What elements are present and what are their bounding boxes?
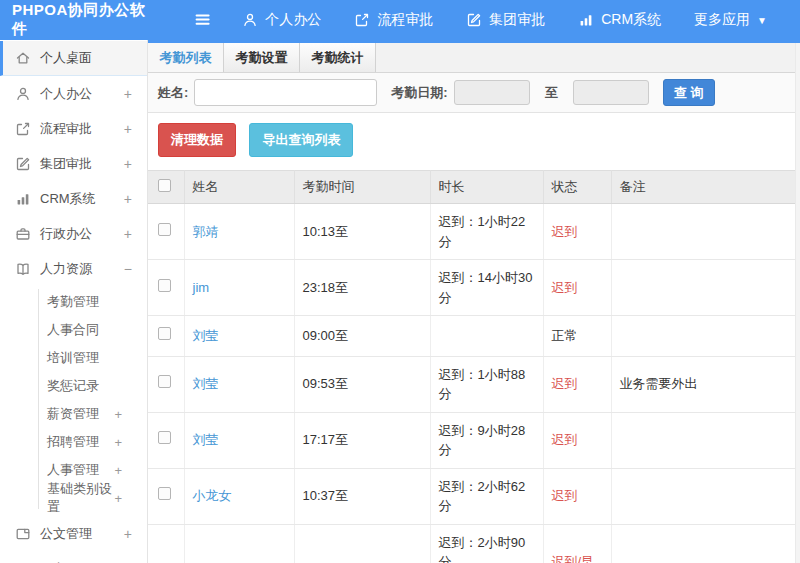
name-label: 姓名: — [158, 84, 188, 102]
sidebar-subitem-salary-management[interactable]: 薪资管理+ — [0, 400, 147, 428]
sidebar-subitem-attendance-management[interactable]: 考勤管理 — [0, 288, 147, 316]
sidebar-item-admin-office[interactable]: 行政办公+ — [0, 216, 147, 251]
sidebar-item-workflow-approval[interactable]: 流程审批+ — [0, 111, 147, 146]
expander-icon: + — [114, 491, 122, 506]
sidebar-subitem-label: 奖惩记录 — [47, 377, 99, 395]
chart-icon — [578, 12, 594, 28]
sidebar-subitem-reward-punishment-records[interactable]: 奖惩记录 — [0, 372, 147, 400]
expander-icon: + — [124, 226, 132, 242]
status-cell: 迟到 — [543, 204, 611, 260]
expander-icon: − — [124, 261, 132, 277]
sidebar-subitem-basic-category-settings[interactable]: 基础类别设置+ — [0, 484, 147, 512]
time-cell: 10:13至 — [294, 204, 430, 260]
clear-data-button[interactable]: 清理数据 — [158, 123, 236, 157]
column-header: 考勤时间 — [294, 171, 430, 204]
employee-name-link[interactable]: 小龙女 — [193, 488, 232, 503]
date-to-input[interactable] — [573, 80, 649, 105]
content-pane: 考勤列表考勤设置考勤统计 姓名: 考勤日期: 至 查 询 清理数据 导出查询列表… — [148, 40, 800, 563]
edit-icon — [15, 156, 31, 172]
tab-attendance-settings[interactable]: 考勤设置 — [224, 43, 300, 72]
sidebar: 个人桌面个人办公+流程审批+集团审批+CRM系统+行政办公+人力资源−考勤管理人… — [0, 40, 148, 563]
sidebar-item-label: 个人办公 — [40, 85, 92, 103]
menu-toggle[interactable] — [193, 10, 212, 29]
sidebar-subitem-label: 考勤管理 — [47, 293, 99, 311]
sidebar-item-label: 人力资源 — [40, 260, 92, 278]
row-select-cell — [148, 356, 184, 412]
sidebar-item-label: CRM系统 — [40, 190, 96, 208]
row-checkbox[interactable] — [158, 375, 171, 388]
select-all-cell — [148, 171, 184, 204]
row-checkbox[interactable] — [158, 487, 171, 500]
share-icon — [354, 12, 370, 28]
sidebar-item-label: 集团审批 — [40, 155, 92, 173]
row-checkbox[interactable] — [158, 279, 171, 292]
sidebar-item-personal-office[interactable]: 个人办公+ — [0, 76, 147, 111]
sidebar-item-group-approval[interactable]: 集团审批+ — [0, 146, 147, 181]
nav-item-workflow-approval[interactable]: 流程审批 — [354, 11, 433, 29]
sidebar-item-personal-desktop[interactable]: 个人桌面 — [0, 41, 147, 76]
attendance-table: 姓名考勤时间时长状态备注郭靖10:13至迟到：1小时22分迟到jim23:18至… — [148, 170, 800, 563]
name-cell: 管理员 — [184, 524, 294, 563]
search-button[interactable]: 查 询 — [663, 79, 715, 106]
sidebar-item-label: 流程审批 — [40, 120, 92, 138]
row-select-cell — [148, 524, 184, 563]
column-header: 时长 — [430, 171, 543, 204]
employee-name-link[interactable]: 刘莹 — [193, 328, 219, 343]
select-all-checkbox[interactable] — [158, 179, 171, 192]
column-header: 备注 — [611, 171, 800, 204]
attendance-date-label: 考勤日期: — [391, 84, 447, 102]
row-select-cell — [148, 412, 184, 468]
tab-attendance-statistics[interactable]: 考勤统计 — [300, 43, 376, 72]
duration-cell: 迟到：1小时88分 — [430, 356, 543, 412]
name-cell: 小龙女 — [184, 468, 294, 524]
expander-icon: + — [124, 121, 132, 137]
sidebar-subitem-training-management[interactable]: 培训管理 — [0, 344, 147, 372]
top-header: PHPOA协同办公软件 个人办公流程审批集团审批CRM系统更多应用▼ — [0, 0, 800, 40]
row-checkbox[interactable] — [158, 431, 171, 444]
employee-name-link[interactable]: 刘莹 — [193, 432, 219, 447]
duration-cell — [430, 316, 543, 357]
date-from-input[interactable] — [454, 80, 530, 105]
scrollbar-track[interactable] — [795, 43, 800, 563]
table-row: 管理员10:54至10:54迟到：2小时90分 早退：7小时10分迟到/早退11… — [148, 524, 800, 563]
sidebar-submenu: 考勤管理人事合同培训管理奖惩记录薪资管理+招聘管理+人事管理+基础类别设置+ — [0, 286, 147, 516]
table-row: jim23:18至迟到：14小时30分迟到 — [148, 260, 800, 316]
home-icon — [15, 50, 31, 66]
row-select-cell — [148, 260, 184, 316]
duration-cell: 迟到：14小时30分 — [430, 260, 543, 316]
nav-item-crm-system[interactable]: CRM系统 — [578, 11, 661, 29]
employee-name-link[interactable]: 刘莹 — [193, 376, 219, 391]
table-row: 刘莹09:00至正常 — [148, 316, 800, 357]
nav-item-more-apps[interactable]: 更多应用▼ — [694, 11, 767, 29]
sidebar-subitem-personnel-contract[interactable]: 人事合同 — [0, 316, 147, 344]
nav-item-label: CRM系统 — [601, 11, 661, 29]
time-cell: 23:18至 — [294, 260, 430, 316]
to-label: 至 — [545, 84, 558, 102]
nav-item-personal-office[interactable]: 个人办公 — [242, 11, 321, 29]
sidebar-item-label: 个人桌面 — [40, 49, 92, 67]
employee-name-link[interactable]: jim — [193, 280, 210, 295]
user-icon — [15, 86, 31, 102]
row-checkbox[interactable] — [158, 223, 171, 236]
export-list-button[interactable]: 导出查询列表 — [249, 123, 353, 157]
row-select-cell — [148, 204, 184, 260]
expander-icon: + — [114, 407, 122, 422]
duration-cell: 迟到：1小时22分 — [430, 204, 543, 260]
sidebar-item-document-management[interactable]: 公文管理+ — [0, 516, 147, 551]
sidebar-item-human-resources[interactable]: 人力资源− — [0, 251, 147, 286]
app-logo: PHPOA协同办公软件 — [0, 1, 148, 39]
note-cell — [611, 412, 800, 468]
sidebar-item-vehicle-management[interactable]: 用车管理+ — [0, 551, 147, 563]
sidebar-subitem-recruitment-management[interactable]: 招聘管理+ — [0, 428, 147, 456]
sidebar-subitem-label: 招聘管理 — [47, 433, 99, 451]
employee-name-link[interactable]: 郭靖 — [193, 224, 219, 239]
name-input[interactable] — [194, 79, 377, 106]
time-cell: 09:00至 — [294, 316, 430, 357]
column-header: 状态 — [543, 171, 611, 204]
nav-item-group-approval[interactable]: 集团审批 — [466, 11, 545, 29]
nav-item-label: 流程审批 — [377, 11, 433, 29]
tab-attendance-list[interactable]: 考勤列表 — [148, 43, 224, 72]
sidebar-item-crm-system[interactable]: CRM系统+ — [0, 181, 147, 216]
expander-icon: + — [124, 156, 132, 172]
row-checkbox[interactable] — [158, 327, 171, 340]
